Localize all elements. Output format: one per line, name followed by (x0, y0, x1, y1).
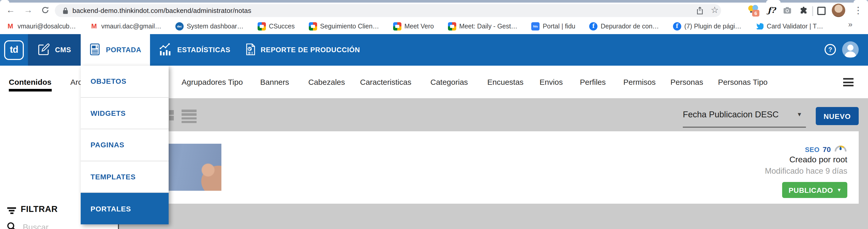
bookmark-item[interactable]: Portal | fidu (531, 22, 575, 30)
tab-perfiles[interactable]: Perfiles (580, 66, 606, 98)
meet-favicon (309, 22, 317, 30)
camera-extension-icon[interactable] (783, 7, 792, 16)
bookmark-item[interactable]: vmauri@dosalcub… (6, 22, 76, 30)
lock-icon (63, 7, 68, 14)
browser-tab-corner (766, 0, 781, 3)
bookmark-item[interactable]: System dashboar… (175, 22, 244, 30)
address-bar[interactable]: backend-demo.thinkindot.com/backend/admi… (55, 4, 721, 17)
tab-contenidos[interactable]: Contenidos (9, 66, 52, 98)
stats-chart-icon (159, 42, 173, 57)
tab-personas-tipo[interactable]: Personas Tipo (718, 66, 768, 98)
bookmark-label: vmauri.dac@gmail… (101, 23, 161, 30)
url-text: backend-demo.thinkindot.com/backend/admi… (72, 7, 251, 14)
bookmark-label: Meet: Daily - Gest… (459, 23, 517, 30)
search-icon (7, 222, 17, 229)
nav-item-estadisticas[interactable]: ESTADÍSTICAS (150, 34, 239, 66)
sort-dropdown[interactable]: Fecha Publicacion DESC (683, 109, 779, 120)
seo-score: SEO 70 (805, 144, 847, 155)
browser-menu-icon[interactable]: ⋮ (854, 5, 863, 16)
browser-toolbar: ← → backend-demo.thinkindot.com/backend/… (0, 3, 868, 18)
menu-item-templates[interactable]: TEMPLATES (81, 161, 168, 193)
seo-label: SEO (805, 145, 819, 153)
list-view-icon[interactable] (182, 109, 196, 125)
bookmark-label: Seguimiento Clien… (320, 23, 379, 30)
gmail-favicon (90, 22, 98, 30)
window-top-strip (0, 0, 868, 3)
filter-title: FILTRAR (21, 204, 58, 214)
td-logo-mark: td (4, 40, 24, 60)
extensions-puzzle-icon[interactable] (800, 7, 807, 17)
twitter-favicon (755, 22, 764, 30)
bookmark-label: CSucces (269, 23, 294, 30)
bookmark-label: Card Validator | T… (767, 23, 823, 30)
browser-tab-corner (0, 0, 9, 3)
menu-item-portales[interactable]: PORTALES (81, 193, 168, 224)
tab-permisos[interactable]: Permisos (623, 66, 656, 98)
ideas-extension-icon[interactable]: 6 (747, 4, 761, 18)
seo-gauge-icon (834, 144, 847, 155)
main-navbar: td CMS PORTADA ESTADÍSTICAS REPORTE DE P… (0, 34, 868, 66)
menu-item-widgets[interactable]: WIDGETS (81, 97, 168, 129)
sort-underline (683, 127, 806, 127)
bookmark-item[interactable]: Meet: Daily - Gest… (448, 22, 517, 30)
status-published-button[interactable]: PUBLICADO ▾ (782, 182, 847, 198)
nav-item-label: CMS (55, 46, 71, 54)
active-tab-underline (9, 89, 52, 91)
tab-encuestas[interactable]: Encuestas (487, 66, 524, 98)
bookmark-item[interactable]: CSucces (257, 22, 294, 30)
tab-categorias[interactable]: Categorias (430, 66, 468, 98)
tab-envios[interactable]: Envios (539, 66, 563, 98)
new-button[interactable]: NUEVO (816, 107, 859, 125)
tab-cabezales[interactable]: Cabezales (308, 66, 345, 98)
user-avatar[interactable] (842, 41, 859, 58)
nav-item-label: PORTADA (106, 46, 141, 54)
bookmark-item[interactable]: Card Validator | T… (755, 22, 823, 30)
bookmark-item[interactable]: Meet Vero (393, 22, 434, 30)
bookmarks-bar: vmauri@dosalcub… vmauri.dac@gmail… Syste… (0, 18, 868, 34)
thinkindot-logo[interactable]: td (0, 34, 28, 66)
tab-banners[interactable]: Banners (260, 66, 289, 98)
cms-edit-icon (37, 43, 51, 57)
help-icon[interactable]: ? (825, 44, 836, 55)
tabbar-menu-icon[interactable] (843, 78, 854, 88)
extension-badge: 6 (752, 10, 760, 17)
report-document-icon (245, 43, 256, 57)
tab-agrupadores-tipo[interactable]: Agrupadores Tipo (182, 66, 243, 98)
bookmark-label: System dashboar… (187, 23, 244, 30)
reload-icon[interactable] (41, 6, 49, 16)
facebook-favicon (673, 22, 681, 30)
gmail-favicon (6, 22, 14, 30)
bookmark-item[interactable]: Depurador de con… (589, 22, 659, 30)
share-icon[interactable] (696, 7, 704, 17)
bookmark-item[interactable]: vmauri.dac@gmail… (90, 22, 161, 30)
card-modified: Modificado hace 9 días (765, 166, 847, 176)
bookmark-label: Meet Vero (404, 23, 434, 30)
bookmark-item[interactable]: Seguimiento Clien… (309, 22, 379, 30)
portada-dropdown-menu: OBJETOS WIDGETS PAGINAS TEMPLATES PORTAL… (81, 66, 168, 224)
tab-personas[interactable]: Personas (671, 66, 703, 98)
nav-item-reporte-produccion[interactable]: REPORTE DE PRODUCCIÓN (239, 34, 366, 66)
status-label: PUBLICADO (788, 186, 833, 194)
bookmarks-overflow-chevron[interactable]: » (848, 20, 852, 28)
card-created-by: Creado por root (789, 155, 847, 164)
nav-item-cms[interactable]: CMS (28, 34, 81, 66)
menu-item-paginas[interactable]: PAGINAS (81, 129, 168, 161)
menu-item-objetos[interactable]: OBJETOS (81, 66, 168, 97)
sort-caret-icon[interactable]: ▼ (797, 111, 802, 117)
bookmark-star-icon[interactable]: ☆ (711, 5, 719, 15)
tab-window-icon[interactable] (817, 7, 826, 15)
content-card[interactable] (119, 131, 859, 204)
app-root: ← → backend-demo.thinkindot.com/backend/… (0, 0, 868, 229)
bookmark-item[interactable]: (7) Plugin de pági… (673, 22, 742, 30)
nav-item-label: ESTADÍSTICAS (177, 46, 230, 54)
forward-icon[interactable]: → (24, 5, 33, 16)
tab-caracteristicas[interactable]: Caracteristicas (360, 66, 411, 98)
bookmark-label: (7) Plugin de pági… (684, 23, 742, 30)
meet-favicon (448, 22, 456, 30)
tab-archivos[interactable]: Arc (70, 66, 82, 98)
browser-profile-avatar[interactable] (832, 4, 845, 17)
back-icon[interactable]: ← (6, 5, 15, 16)
nav-item-portada[interactable]: PORTADA (81, 34, 150, 66)
fonts-extension-icon[interactable]: ƒ? (768, 6, 776, 15)
browser-tab-corner (854, 0, 868, 3)
